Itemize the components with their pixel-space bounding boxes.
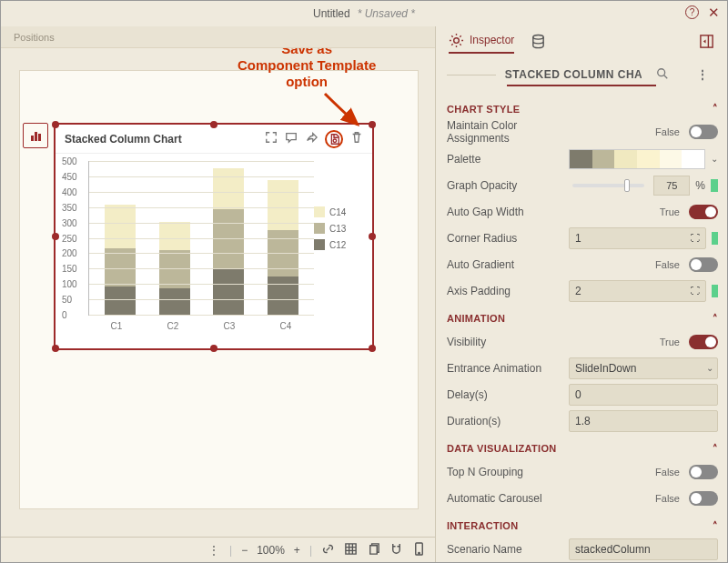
chevron-up-icon: ˄ <box>713 520 718 532</box>
x-tick-label: C2 <box>167 321 179 331</box>
duration-input[interactable]: 1.8 <box>569 410 718 432</box>
y-tick-label: 500 <box>62 156 77 166</box>
document-status: * Unsaved * <box>358 7 415 20</box>
carousel-label: Automatic Carousel <box>447 492 563 505</box>
svg-point-3 <box>454 37 460 43</box>
magnet-icon[interactable] <box>389 542 403 558</box>
collapse-panel-button[interactable] <box>699 34 714 53</box>
autogradient-toggle[interactable] <box>689 257 718 272</box>
chart-legend: C14C13C12 <box>314 161 365 345</box>
opacity-slider[interactable] <box>572 184 644 187</box>
chevron-down-icon[interactable]: ⌄ <box>711 154 718 164</box>
entrance-select[interactable]: SlideInDown⌄ <box>569 357 718 379</box>
y-tick-label: 50 <box>62 295 72 305</box>
y-tick-label: 250 <box>62 233 77 243</box>
zoom-level[interactable]: 100% <box>257 544 285 557</box>
more-icon[interactable]: ⋮ <box>208 544 220 557</box>
corner-radius-input[interactable]: 1⛶ <box>569 227 706 249</box>
autogap-toggle[interactable] <box>689 205 718 219</box>
chart-card[interactable]: Stacked Column Chart <box>54 123 374 350</box>
entrance-label: Entrance Animation <box>447 362 563 375</box>
bar-chart-icon <box>31 130 41 141</box>
legend-item: C12 <box>314 239 365 250</box>
comment-icon[interactable] <box>285 131 298 146</box>
topn-toggle[interactable] <box>689 465 718 479</box>
delay-input[interactable]: 0 <box>569 384 718 406</box>
carousel-toggle[interactable] <box>689 491 718 506</box>
annotation-arrow <box>321 90 376 136</box>
autogap-label: Auto Gap Width <box>447 206 563 218</box>
inspector-panel: Inspector STACKED COLUMN CHART ⋮ <box>436 26 727 562</box>
close-icon[interactable]: ✕ <box>708 5 720 19</box>
status-indicator <box>712 285 718 297</box>
svg-point-2 <box>419 552 420 554</box>
axis-padding-label: Axis Padding <box>447 285 563 297</box>
svg-point-0 <box>333 139 337 143</box>
zoom-out-button[interactable]: − <box>241 544 248 557</box>
bar-column <box>268 180 298 315</box>
bar-column <box>213 168 244 315</box>
status-indicator <box>712 232 718 245</box>
copy-icon[interactable] <box>367 542 380 558</box>
opacity-label: Graph Opacity <box>447 179 563 192</box>
expand-icon[interactable]: ⛶ <box>691 286 700 296</box>
link-icon[interactable] <box>321 542 335 558</box>
more-icon[interactable]: ⋮ <box>687 67 719 83</box>
search-icon[interactable] <box>647 67 678 83</box>
duration-label: Duration(s) <box>447 415 563 427</box>
legend-item: C13 <box>314 223 365 234</box>
visibility-label: Visibility <box>447 336 563 348</box>
section-interaction[interactable]: INTERACTION˄ <box>447 518 718 536</box>
section-data-viz[interactable]: DATA VISUALIZATION˄ <box>447 441 718 458</box>
canvas-area: Positions Save as Component Template opt… <box>1 26 436 562</box>
chart-plot: 050100150200250300350400450500 <box>88 161 314 316</box>
tab-data[interactable] <box>531 34 546 53</box>
topn-label: Top N Grouping <box>447 466 563 478</box>
annotation-callout: Save as Component Template option <box>238 48 376 90</box>
zoom-in-button[interactable]: + <box>294 544 300 557</box>
status-indicator <box>711 179 718 192</box>
expand-icon[interactable] <box>265 131 278 146</box>
y-tick-label: 300 <box>62 217 77 227</box>
palette-picker[interactable] <box>569 149 705 169</box>
mobile-icon[interactable] <box>412 542 426 558</box>
y-tick-label: 350 <box>62 202 77 212</box>
tab-positions[interactable]: Positions <box>14 32 55 43</box>
svg-point-6 <box>657 68 664 75</box>
corner-radius-label: Corner Radius <box>447 232 563 245</box>
maintain-color-label: Maintain Color Assignments <box>447 119 563 146</box>
y-tick-label: 200 <box>62 248 77 258</box>
title-bar: Untitled * Unsaved * ? ✕ <box>1 1 727 26</box>
legend-item: C14 <box>314 206 365 217</box>
database-icon <box>531 34 546 49</box>
section-animation[interactable]: ANIMATION˄ <box>447 311 718 328</box>
scenario-input[interactable]: stackedColumn <box>569 538 718 560</box>
maintain-color-toggle[interactable] <box>689 125 718 139</box>
bottom-toolbar: ⋮ | − 100% + | <box>1 537 435 562</box>
expand-icon[interactable]: ⛶ <box>691 233 700 243</box>
bar-column <box>105 205 136 315</box>
svg-point-4 <box>533 35 543 39</box>
chart-title: Stacked Column Chart <box>65 133 182 146</box>
y-tick-label: 400 <box>62 186 77 196</box>
axis-padding-input[interactable]: 2⛶ <box>569 280 706 302</box>
opacity-value[interactable]: 75 <box>653 176 690 196</box>
chevron-up-icon: ˄ <box>713 313 718 325</box>
document-title: Untitled <box>313 7 350 20</box>
y-tick-label: 0 <box>62 310 67 320</box>
y-tick-label: 100 <box>62 279 77 289</box>
visibility-toggle[interactable] <box>689 335 718 349</box>
percent-label: % <box>695 179 705 192</box>
scenario-label: Scenario Name <box>447 543 563 556</box>
inspector-header: STACKED COLUMN CHART ⋮ <box>436 59 727 90</box>
section-chart-style[interactable]: CHART STYLE˄ <box>447 101 718 118</box>
x-tick-label: C3 <box>224 321 236 331</box>
y-tick-label: 450 <box>62 171 77 181</box>
help-icon[interactable]: ? <box>685 5 699 19</box>
share-icon[interactable] <box>305 131 318 146</box>
view-tabs: Positions <box>1 26 435 48</box>
grid-icon[interactable] <box>344 542 358 558</box>
tab-inspector[interactable]: Inspector <box>449 33 514 54</box>
chart-type-badge[interactable] <box>23 123 48 148</box>
chevron-down-icon: ⌄ <box>706 363 713 373</box>
